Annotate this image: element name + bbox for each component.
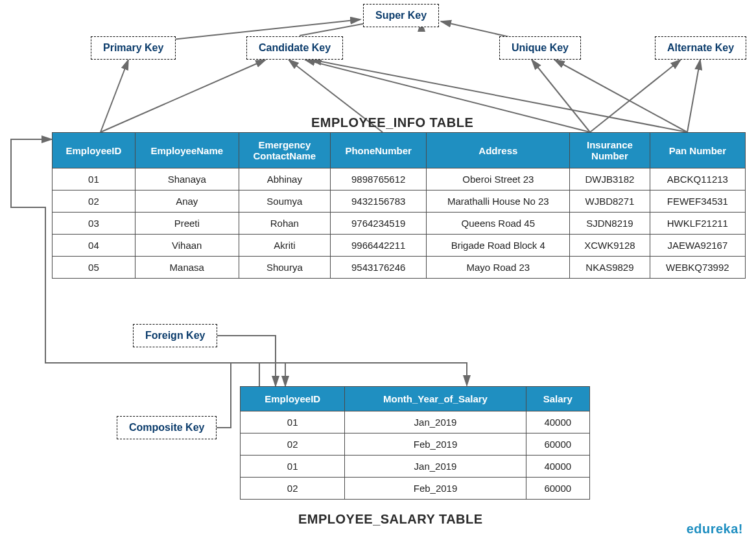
table-row: 01Jan_201940000 bbox=[241, 456, 590, 478]
table-row: 03PreetiRohan9764234519Queens Road 45SJD… bbox=[53, 213, 746, 235]
table-cell: 04 bbox=[53, 235, 136, 257]
table-row: 01ShanayaAbhinay9898765612Oberoi Street … bbox=[53, 168, 746, 191]
table-cell: Mayo Road 23 bbox=[427, 257, 570, 279]
column-header: Address bbox=[427, 133, 570, 168]
svg-line-3 bbox=[441, 21, 512, 38]
table-cell: FEWEF34531 bbox=[650, 191, 745, 213]
table-row: 05ManasaShourya9543176246Mayo Road 23NKA… bbox=[53, 257, 746, 279]
candidate-key-box: Candidate Key bbox=[246, 36, 343, 60]
table-cell: Jan_2019 bbox=[345, 456, 526, 478]
svg-line-11 bbox=[590, 60, 681, 132]
watermark-logo: edureka! bbox=[687, 522, 743, 537]
table-cell: Anay bbox=[135, 191, 239, 213]
table-cell: NKAS9829 bbox=[570, 257, 650, 279]
table-cell: Feb_2019 bbox=[345, 433, 526, 456]
table-cell: Queens Road 45 bbox=[427, 213, 570, 235]
table-cell: 9432156783 bbox=[330, 191, 426, 213]
table-cell: Akriti bbox=[239, 235, 330, 257]
foreign-key-box: Foreign Key bbox=[133, 324, 217, 347]
table-cell: 02 bbox=[241, 433, 345, 456]
table-cell: 9764234519 bbox=[330, 213, 426, 235]
svg-line-10 bbox=[554, 60, 687, 132]
table-cell: DWJB3182 bbox=[570, 168, 650, 191]
column-header: EmployeeID bbox=[241, 387, 345, 411]
table-cell: Vihaan bbox=[135, 235, 239, 257]
table-cell: WEBKQ73992 bbox=[650, 257, 745, 279]
column-header: PhoneNumber bbox=[330, 133, 426, 168]
table-row: 02Feb_201960000 bbox=[241, 433, 590, 456]
table-cell: ABCKQ11213 bbox=[650, 168, 745, 191]
table-cell: 9898765612 bbox=[330, 168, 426, 191]
table-cell: Brigade Road Block 4 bbox=[427, 235, 570, 257]
table-cell: Shourya bbox=[239, 257, 330, 279]
employee-salary-title: EMPLOYEE_SALARY TABLE bbox=[298, 512, 483, 527]
table-cell: 60000 bbox=[526, 433, 589, 456]
composite-key-box: Composite Key bbox=[117, 416, 217, 439]
svg-line-12 bbox=[687, 60, 700, 132]
table-cell: 9543176246 bbox=[330, 257, 426, 279]
svg-line-4 bbox=[100, 60, 128, 132]
svg-line-9 bbox=[532, 60, 590, 132]
table-cell: JAEWA92167 bbox=[650, 235, 745, 257]
column-header: EmergencyContactName bbox=[239, 133, 330, 168]
table-cell: Feb_2019 bbox=[345, 478, 526, 500]
unique-key-box: Unique Key bbox=[499, 36, 581, 60]
table-cell: Oberoi Street 23 bbox=[427, 168, 570, 191]
table-cell: 01 bbox=[241, 456, 345, 478]
table-cell: XCWK9128 bbox=[570, 235, 650, 257]
table-cell: 40000 bbox=[526, 456, 589, 478]
svg-line-5 bbox=[100, 60, 266, 132]
table-cell: Abhinay bbox=[239, 168, 330, 191]
employee-salary-table: EmployeeIDMonth_Year_of_SalarySalary01Ja… bbox=[240, 386, 590, 500]
table-cell: SJDN8219 bbox=[570, 213, 650, 235]
table-cell: Soumya bbox=[239, 191, 330, 213]
table-row: 01Jan_201940000 bbox=[241, 411, 590, 433]
table-cell: Manasa bbox=[135, 257, 239, 279]
table-cell: 9966442211 bbox=[330, 235, 426, 257]
table-cell: 02 bbox=[53, 191, 136, 213]
table-cell: Shanaya bbox=[135, 168, 239, 191]
table-cell: 01 bbox=[241, 411, 345, 433]
column-header: Pan Number bbox=[650, 133, 745, 168]
table-row: 04VihaanAkriti9966442211Brigade Road Blo… bbox=[53, 235, 746, 257]
employee-info-title: EMPLOYEE_INFO TABLE bbox=[311, 115, 473, 130]
table-cell: 40000 bbox=[526, 411, 589, 433]
column-header: Salary bbox=[526, 387, 589, 411]
table-cell: 60000 bbox=[526, 478, 589, 500]
column-header: InsuranceNumber bbox=[570, 133, 650, 168]
table-cell: Marathalli House No 23 bbox=[427, 191, 570, 213]
table-row: 02Feb_201960000 bbox=[241, 478, 590, 500]
table-cell: HWKLF21211 bbox=[650, 213, 745, 235]
table-row: 02AnaySoumya9432156783Marathalli House N… bbox=[53, 191, 746, 213]
alternate-key-box: Alternate Key bbox=[655, 36, 746, 60]
column-header: EmployeeID bbox=[53, 133, 136, 168]
employee-info-table: EmployeeIDEmployeeNameEmergencyContactNa… bbox=[52, 132, 746, 279]
table-cell: 01 bbox=[53, 168, 136, 191]
super-key-box: Super Key bbox=[363, 4, 439, 27]
primary-key-box: Primary Key bbox=[91, 36, 176, 60]
table-cell: Rohan bbox=[239, 213, 330, 235]
table-cell: 02 bbox=[241, 478, 345, 500]
column-header: EmployeeName bbox=[135, 133, 239, 168]
table-cell: WJBD8271 bbox=[570, 191, 650, 213]
table-cell: Preeti bbox=[135, 213, 239, 235]
column-header: Month_Year_of_Salary bbox=[345, 387, 526, 411]
table-cell: 03 bbox=[53, 213, 136, 235]
table-cell: 05 bbox=[53, 257, 136, 279]
table-cell: Jan_2019 bbox=[345, 411, 526, 433]
